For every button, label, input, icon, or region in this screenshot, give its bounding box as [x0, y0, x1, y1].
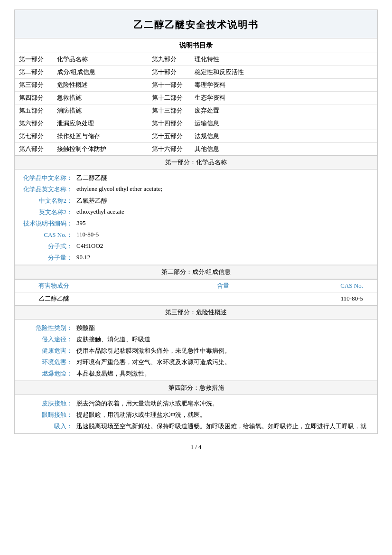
toc-num2: 第十一部分	[148, 79, 191, 92]
info-row: 环境危害： 对环境有严重危害，对空气、水环境及水源可造成污染。	[15, 357, 377, 368]
info-value: 90.12	[76, 254, 377, 261]
info-row: 分子量： 90.12	[15, 252, 377, 263]
toc-row: 第一部分 化学品名称 第九部分 理化特性	[15, 53, 377, 66]
info-value: 迅速脱离现场至空气新鲜处。保持呼吸道通畅。如呼吸困难，给输氧。如呼吸停止，立即进…	[76, 422, 377, 431]
info-value: 使用本品除引起粘膜刺激和头痛外，未见急性中毒病例。	[76, 347, 377, 355]
info-row: 英文名称2： ethoxyethyl acetate	[15, 207, 377, 218]
toc-row: 第八部分 接触控制个体防护 第十六部分 其他信息	[15, 143, 377, 156]
info-row: 燃爆危险： 本品极度易燃，具刺激性。	[15, 368, 377, 379]
section1-header: 第一部分：化学品名称	[15, 155, 377, 169]
section2-header: 第二部分：成分/组成信息	[15, 265, 377, 279]
toc-num: 第三部分	[15, 79, 53, 92]
section4-header: 第四部分：急救措施	[15, 381, 377, 395]
toc-title: 化学品名称	[53, 53, 148, 66]
info-label: 吸入：	[15, 422, 76, 431]
info-value: 提起眼睑，用流动清水或生理盐水冲洗，就医。	[76, 411, 377, 419]
toc-num2: 第十五部分	[148, 130, 191, 143]
toc-title: 成分/组成信息	[53, 66, 148, 79]
info-value: ethoxyethyl acetate	[76, 208, 377, 216]
toc-num2: 第十二部分	[148, 92, 191, 104]
toc-header: 说明书目录	[15, 38, 377, 53]
info-label: 英文名称2：	[15, 208, 76, 216]
col-header-name: 有害物成分	[15, 280, 193, 292]
toc-num2: 第九部分	[148, 53, 191, 66]
info-value: 乙二醇乙醚	[76, 174, 377, 182]
info-label: 眼睛接触：	[15, 411, 76, 419]
toc-num: 第七部分	[15, 130, 53, 143]
info-row: 化学品中文名称： 乙二醇乙醚	[15, 172, 377, 184]
toc-title2: 生态学资料	[191, 92, 377, 104]
col-header-cas: CAS No.	[253, 280, 377, 292]
section1-content: 化学品中文名称： 乙二醇乙醚 化学品英文名称： ethylene glycol …	[15, 169, 377, 265]
info-label: 化学品中文名称：	[15, 174, 76, 182]
info-label: 健康危害：	[15, 347, 76, 355]
toc-title2: 废弃处置	[191, 104, 377, 117]
info-row: 侵入途径： 皮肤接触、消化道、呼吸道	[15, 334, 377, 345]
toc-title2: 毒理学资料	[191, 79, 377, 92]
info-label: 化学品英文名称：	[15, 185, 76, 194]
info-row: 吸入： 迅速脱离现场至空气新鲜处。保持呼吸道通畅。如呼吸困难，给输氧。如呼吸停止…	[15, 421, 377, 432]
info-row: 危险性类别： 羧酸酯	[15, 322, 377, 334]
toc-row: 第七部分 操作处置与储存 第十五部分 法规信息	[15, 130, 377, 143]
info-row: CAS No.： 110-80-5	[15, 229, 377, 241]
toc-title: 急救措施	[53, 92, 148, 104]
toc-row: 第四部分 急救措施 第十二部分 生态学资料	[15, 92, 377, 104]
toc-table: 第一部分 化学品名称 第九部分 理化特性 第二部分 成分/组成信息 第十部分 稳…	[15, 53, 377, 155]
info-label: CAS No.：	[15, 231, 76, 239]
toc-num: 第五部分	[15, 104, 53, 117]
info-label: 环境危害：	[15, 358, 76, 367]
footer: 1 / 4	[14, 443, 378, 451]
col-header-content: 含量	[193, 280, 253, 292]
toc-title: 泄漏应急处理	[53, 117, 148, 130]
toc-title2: 稳定性和反应活性	[191, 66, 377, 79]
info-label: 皮肤接触：	[15, 399, 76, 408]
info-label: 侵入途径：	[15, 335, 76, 344]
info-label: 燃爆危险：	[15, 369, 76, 378]
info-row: 分子式： C4H1OO2	[15, 241, 377, 252]
info-value: 皮肤接触、消化道、呼吸道	[76, 335, 377, 344]
toc-title: 消防措施	[53, 104, 148, 117]
section4-content: 皮肤接触： 脱去污染的衣着，用大量流动的清水或肥皂水冲洗。 眼睛接触： 提起眼睑…	[15, 395, 377, 433]
info-label: 技术说明书编码：	[15, 219, 76, 228]
component-row: 乙二醇乙醚 110-80-5	[15, 292, 377, 305]
toc-row: 第五部分 消防措施 第十三部分 废弃处置	[15, 104, 377, 117]
toc-num2: 第十四部分	[148, 117, 191, 130]
toc-title: 接触控制个体防护	[53, 143, 148, 156]
toc-title: 操作处置与储存	[53, 130, 148, 143]
page-title: 乙二醇乙醚安全技术说明书	[15, 19, 377, 31]
toc-row: 第二部分 成分/组成信息 第十部分 稳定性和反应活性	[15, 66, 377, 79]
component-cas: 110-80-5	[253, 292, 377, 305]
info-row: 技术说明书编码： 395	[15, 218, 377, 229]
component-content	[193, 292, 253, 305]
section3-header: 第三部分：危险性概述	[15, 305, 377, 320]
toc-num: 第八部分	[15, 143, 53, 156]
page-title-section: 乙二醇乙醚安全技术说明书	[15, 10, 377, 38]
toc-title2: 运输信息	[191, 117, 377, 130]
info-value: ethylene glycol ethyl ether acetate;	[76, 185, 377, 193]
toc-row: 第三部分 危险性概述 第十一部分 毒理学资料	[15, 79, 377, 92]
toc-title2: 其他信息	[191, 143, 377, 156]
toc-num2: 第十六部分	[148, 143, 191, 156]
info-value: 395	[76, 219, 377, 227]
toc-num2: 第十三部分	[148, 104, 191, 117]
info-row: 中文名称2： 乙氧基乙醇	[15, 195, 377, 207]
toc-num2: 第十部分	[148, 66, 191, 79]
info-label: 中文名称2：	[15, 197, 76, 205]
info-label: 分子量：	[15, 254, 76, 262]
info-label: 危险性类别：	[15, 324, 76, 332]
section3-content: 危险性类别： 羧酸酯 侵入途径： 皮肤接触、消化道、呼吸道 健康危害： 使用本品…	[15, 320, 377, 381]
toc-title2: 理化特性	[191, 53, 377, 66]
toc-title2: 法规信息	[191, 130, 377, 143]
info-value: 脱去污染的衣着，用大量流动的清水或肥皂水冲洗。	[76, 399, 377, 408]
toc-title: 危险性概述	[53, 79, 148, 92]
component-table: 有害物成分 含量 CAS No. 乙二醇乙醚 110-80-5	[15, 279, 377, 305]
info-row: 皮肤接触： 脱去污染的衣着，用大量流动的清水或肥皂水冲洗。	[15, 398, 377, 409]
toc-num: 第一部分	[15, 53, 53, 66]
info-value: 110-80-5	[76, 231, 377, 238]
info-value: 对环境有严重危害，对空气、水环境及水源可造成污染。	[76, 358, 377, 367]
info-row: 健康危害： 使用本品除引起粘膜刺激和头痛外，未见急性中毒病例。	[15, 345, 377, 357]
info-row: 眼睛接触： 提起眼睑，用流动清水或生理盐水冲洗，就医。	[15, 409, 377, 421]
info-value: 乙氧基乙醇	[76, 197, 377, 205]
info-value: 羧酸酯	[76, 324, 377, 332]
info-label: 分子式：	[15, 242, 76, 251]
